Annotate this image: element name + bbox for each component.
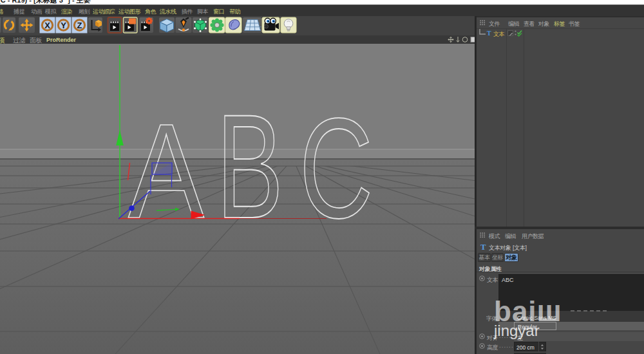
svg-text:X: X — [44, 21, 50, 30]
svg-text:Z: Z — [77, 21, 82, 30]
svg-text:B: B — [216, 83, 283, 249]
svg-text:Y: Y — [61, 21, 66, 30]
svg-text:C: C — [299, 89, 373, 248]
